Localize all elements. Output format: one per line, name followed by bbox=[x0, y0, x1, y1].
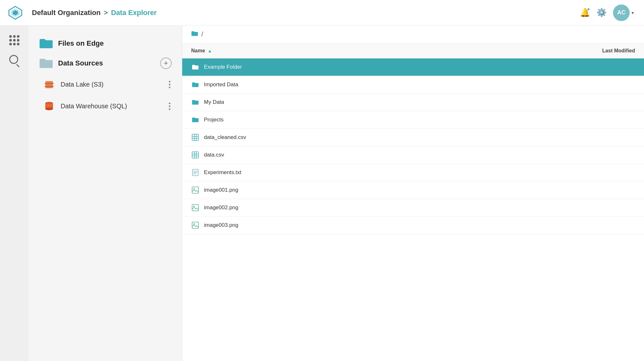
folder-icon bbox=[191, 81, 199, 89]
user-menu[interactable]: AC ▾ bbox=[613, 4, 634, 21]
path-text: / bbox=[201, 31, 203, 38]
svg-rect-13 bbox=[192, 134, 198, 141]
file-row-image002[interactable]: image002.png bbox=[182, 199, 644, 217]
svg-point-32 bbox=[193, 223, 195, 225]
notification-dot bbox=[587, 8, 590, 11]
avatar: AC bbox=[613, 4, 630, 21]
files-on-edge-item[interactable]: Files on Edge bbox=[35, 35, 176, 52]
svg-rect-29 bbox=[192, 204, 198, 211]
image-icon bbox=[191, 221, 199, 229]
sort-arrow-icon: ▲ bbox=[208, 48, 212, 53]
svg-rect-4 bbox=[45, 83, 54, 84]
folder-icon bbox=[191, 116, 199, 124]
table-header: Name ▲ Last Modified bbox=[182, 43, 644, 58]
files-on-edge-label: Files on Edge bbox=[58, 39, 104, 48]
file-name: image003.png bbox=[204, 222, 578, 228]
file-table: Example Folder Imported Data bbox=[182, 58, 644, 361]
file-row-image003[interactable]: image003.png bbox=[182, 217, 644, 234]
file-name: Example Folder bbox=[204, 64, 578, 70]
add-data-source-button[interactable]: + bbox=[160, 58, 172, 69]
file-name: image002.png bbox=[204, 204, 578, 211]
file-name: image001.png bbox=[204, 187, 578, 193]
file-row-example-folder[interactable]: Example Folder bbox=[182, 58, 644, 76]
left-panel: Files on Edge Data Sources + bbox=[29, 26, 182, 361]
logo bbox=[6, 4, 24, 22]
data-lake-icon bbox=[43, 78, 56, 91]
file-name: data.csv bbox=[204, 152, 578, 158]
file-row-imported-data[interactable]: Imported Data bbox=[182, 76, 644, 94]
header: Default Organization > Data Explorer 🔔 ⚙… bbox=[0, 0, 644, 26]
svg-rect-3 bbox=[45, 81, 53, 83]
svg-point-10 bbox=[45, 108, 53, 110]
apps-icon bbox=[9, 35, 19, 45]
file-name: data_cleaned.csv bbox=[204, 134, 578, 141]
chevron-down-icon: ▾ bbox=[632, 10, 634, 15]
folder-icon bbox=[191, 98, 199, 106]
csv-icon bbox=[191, 133, 199, 142]
file-row-image001[interactable]: image001.png bbox=[182, 181, 644, 199]
data-lake-item[interactable]: Data Lake (S3) bbox=[35, 74, 176, 95]
org-label: Default Organization bbox=[32, 9, 101, 17]
data-warehouse-item[interactable]: Data Warehouse (SQL) bbox=[35, 96, 176, 116]
path-folder-icon bbox=[191, 31, 198, 38]
svg-point-30 bbox=[193, 206, 195, 207]
files-on-edge-folder-icon bbox=[39, 38, 53, 49]
data-warehouse-more-button[interactable] bbox=[168, 101, 172, 111]
breadcrumb-separator: > bbox=[104, 9, 108, 17]
csv-icon bbox=[191, 151, 199, 159]
data-warehouse-icon bbox=[43, 100, 56, 112]
breadcrumb: Default Organization > Data Explorer bbox=[32, 9, 580, 17]
file-row-my-data[interactable]: My Data bbox=[182, 94, 644, 111]
data-sources-header: Data Sources + bbox=[35, 54, 176, 72]
image-icon bbox=[191, 186, 199, 194]
data-lake-more-button[interactable] bbox=[168, 80, 172, 89]
apps-nav-item[interactable] bbox=[9, 35, 19, 45]
data-sources-label: Data Sources bbox=[58, 59, 103, 67]
svg-rect-18 bbox=[192, 152, 198, 158]
file-name: My Data bbox=[204, 99, 578, 105]
search-nav-item[interactable] bbox=[9, 55, 19, 65]
svg-point-12 bbox=[45, 105, 53, 108]
file-row-experiments-txt[interactable]: Experiments.txt bbox=[182, 164, 644, 181]
image-icon bbox=[191, 204, 199, 212]
data-lake-label: Data Lake (S3) bbox=[61, 81, 104, 88]
settings-icon[interactable]: ⚙️ bbox=[596, 8, 607, 18]
svg-rect-6 bbox=[45, 86, 54, 87]
svg-point-28 bbox=[193, 188, 195, 189]
col-name-header[interactable]: Name ▲ bbox=[191, 48, 578, 54]
svg-rect-31 bbox=[192, 222, 198, 228]
header-actions: 🔔 ⚙️ AC ▾ bbox=[580, 4, 634, 21]
file-row-projects[interactable]: Projects bbox=[182, 111, 644, 129]
folder-icon bbox=[191, 63, 199, 71]
file-name: Imported Data bbox=[204, 81, 578, 88]
svg-rect-5 bbox=[45, 84, 53, 86]
data-sources-folder-icon bbox=[39, 58, 53, 69]
main-content: / Name ▲ Last Modified Example Folder bbox=[182, 26, 644, 361]
icon-sidebar bbox=[0, 26, 29, 361]
search-icon bbox=[9, 55, 18, 64]
file-name: Experiments.txt bbox=[204, 169, 578, 176]
txt-icon bbox=[191, 168, 199, 177]
main-layout: Files on Edge Data Sources + bbox=[0, 26, 644, 361]
path-bar: / bbox=[182, 26, 644, 43]
col-name-label: Name bbox=[191, 48, 205, 54]
data-warehouse-label: Data Warehouse (SQL) bbox=[61, 103, 127, 110]
file-row-data-cleaned-csv[interactable]: data_cleaned.csv bbox=[182, 129, 644, 146]
file-name: Projects bbox=[204, 117, 578, 123]
svg-rect-27 bbox=[192, 187, 198, 193]
notification-bell[interactable]: 🔔 bbox=[580, 8, 590, 18]
file-row-data-csv[interactable]: data.csv bbox=[182, 146, 644, 164]
page-title: Data Explorer bbox=[111, 9, 157, 17]
svg-rect-7 bbox=[45, 87, 53, 88]
col-modified-header: Last Modified bbox=[578, 48, 635, 54]
